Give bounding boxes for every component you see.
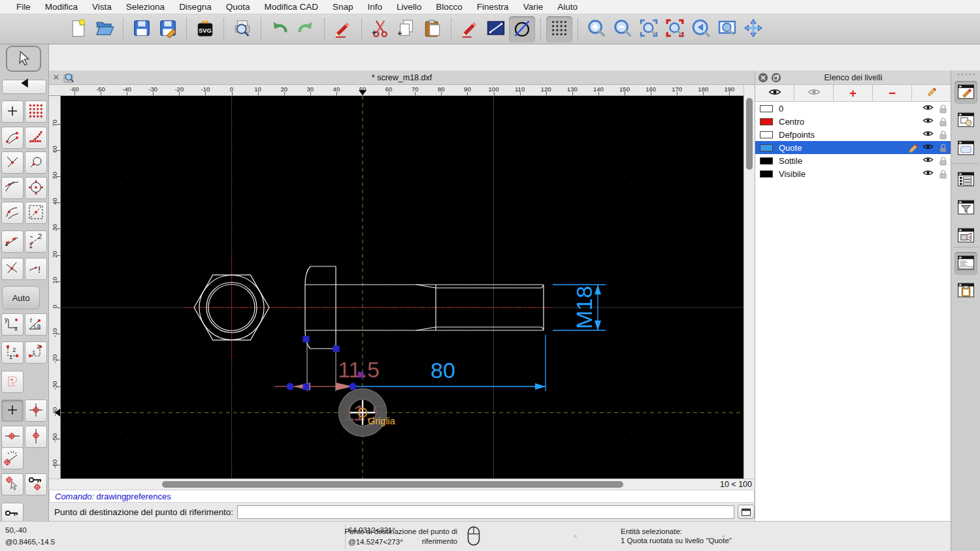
restrict-nothing-button[interactable] bbox=[1, 371, 24, 393]
command-input[interactable] bbox=[237, 505, 734, 519]
menu-snap[interactable]: Snap bbox=[325, 0, 361, 14]
menu-quota[interactable]: Quota bbox=[219, 0, 257, 14]
menu-file[interactable]: File bbox=[9, 0, 38, 14]
snap-intersection-manual-button[interactable]: ! bbox=[25, 258, 47, 280]
paste-button[interactable] bbox=[419, 16, 446, 42]
select-arrow-button[interactable] bbox=[6, 46, 41, 72]
property-editor-window-button[interactable] bbox=[955, 81, 977, 104]
layer-row-0[interactable]: 0 bbox=[755, 102, 951, 115]
snap-distance-manual-button[interactable]: 12 bbox=[25, 230, 47, 253]
menu-info[interactable]: Info bbox=[361, 0, 390, 14]
library-browser-window-button[interactable] bbox=[955, 137, 977, 160]
set-relative-zero-button[interactable] bbox=[1, 473, 24, 496]
snap-middle-button[interactable] bbox=[1, 151, 24, 174]
layer-row-visibile[interactable]: Visibile bbox=[755, 167, 951, 180]
restrict-angle-button[interactable] bbox=[1, 447, 24, 469]
vertical-scrollbar[interactable] bbox=[743, 85, 755, 479]
text-position-grip[interactable] bbox=[358, 372, 364, 378]
draw-pencil-button[interactable] bbox=[457, 16, 483, 42]
clipboard-window-button[interactable] bbox=[955, 279, 977, 302]
coordinate-polar-button[interactable]: ra bbox=[25, 313, 47, 336]
coordinate-cartesian-button[interactable]: yx bbox=[1, 313, 24, 336]
zoom-out-button[interactable] bbox=[610, 16, 636, 42]
layer-visibility-icon[interactable] bbox=[923, 156, 934, 166]
save-as-button[interactable] bbox=[155, 16, 181, 42]
selection-filter-window-button[interactable] bbox=[955, 197, 977, 219]
zoom-in-button[interactable] bbox=[583, 16, 610, 42]
zoom-auto-button[interactable] bbox=[636, 16, 662, 42]
menu-finestra[interactable]: Finestra bbox=[470, 0, 516, 14]
section-view-window-button[interactable] bbox=[955, 225, 977, 247]
horizontal-scrollbar[interactable]: 10 < 100 bbox=[49, 479, 755, 490]
edit-layer-button[interactable] bbox=[912, 85, 951, 101]
snap-tangent-button[interactable] bbox=[1, 177, 24, 199]
layer-row-defpoints[interactable]: Defpoints bbox=[755, 128, 951, 141]
menu-disegna[interactable]: Disegna bbox=[172, 0, 219, 14]
zoom-pan-button[interactable] bbox=[740, 16, 766, 42]
close-tab-icon[interactable]: ✕ bbox=[51, 72, 61, 83]
cad-canvas[interactable]: M18 80 11.5 11.5 bbox=[61, 96, 743, 479]
menu-modifica[interactable]: Modifica bbox=[38, 0, 85, 14]
snap-distance-button[interactable] bbox=[1, 230, 24, 253]
menu-aiuto[interactable]: Aiuto bbox=[550, 0, 585, 14]
hide-all-layers-button[interactable] bbox=[794, 85, 834, 101]
grid-toggle-button[interactable] bbox=[546, 16, 572, 42]
zoom-window-button[interactable] bbox=[714, 16, 740, 42]
show-all-layers-button[interactable] bbox=[755, 85, 794, 101]
block-list-window-button[interactable] bbox=[955, 109, 977, 132]
redo-button[interactable] bbox=[293, 16, 319, 42]
delete-entities-button[interactable] bbox=[330, 16, 356, 42]
menu-seleziona[interactable]: Seleziona bbox=[119, 0, 172, 14]
layer-lock-icon[interactable] bbox=[938, 143, 949, 153]
layer-visibility-icon[interactable] bbox=[923, 143, 934, 153]
snap-grid-button[interactable] bbox=[25, 101, 47, 123]
restrict-horizontal-button[interactable] bbox=[1, 426, 24, 448]
layer-row-quote[interactable]: Quote bbox=[755, 141, 951, 154]
menu-livello[interactable]: Livello bbox=[389, 0, 429, 14]
draw-circle-button[interactable] bbox=[509, 16, 535, 42]
layer-lock-icon[interactable] bbox=[938, 156, 949, 166]
snap-distance-point-button[interactable] bbox=[1, 202, 24, 224]
layer-row-centro[interactable]: Centro bbox=[755, 115, 951, 128]
cut-button[interactable] bbox=[367, 16, 393, 42]
open-file-button[interactable] bbox=[91, 16, 118, 42]
coordinate-relative-polar-button[interactable]: 12 bbox=[25, 341, 47, 364]
layer-lock-icon[interactable] bbox=[938, 130, 949, 140]
undo-button[interactable] bbox=[267, 16, 293, 42]
zoom-previous-button[interactable] bbox=[662, 16, 688, 42]
snap-on-entity-button[interactable] bbox=[25, 127, 47, 149]
layer-row-sottile[interactable]: Sottile bbox=[755, 154, 951, 167]
menu-blocco[interactable]: Blocco bbox=[429, 0, 470, 14]
restrict-vertical-button[interactable] bbox=[25, 426, 47, 448]
remove-layer-button[interactable]: − bbox=[873, 85, 912, 101]
export-svg-button[interactable]: SVG bbox=[192, 16, 218, 42]
menu-modifica-cad[interactable]: Modifica CAD bbox=[257, 0, 325, 14]
draw-line-button[interactable] bbox=[483, 16, 509, 42]
lock-relative-zero-button[interactable] bbox=[25, 473, 47, 496]
menu-vista[interactable]: Vista bbox=[85, 0, 119, 14]
menu-varie[interactable]: Varie bbox=[516, 0, 551, 14]
save-button[interactable] bbox=[129, 16, 155, 42]
snap-center-button[interactable] bbox=[25, 177, 47, 199]
print-preview-button[interactable] bbox=[229, 16, 255, 42]
layer-visibility-icon[interactable] bbox=[923, 117, 934, 127]
layer-lock-icon[interactable] bbox=[938, 169, 949, 179]
restrict-free-button[interactable] bbox=[1, 400, 24, 422]
snap-intersection-button[interactable] bbox=[1, 258, 24, 280]
layer-lock-icon[interactable] bbox=[938, 104, 949, 114]
layer-lock-icon[interactable] bbox=[938, 117, 949, 127]
command-line-window-button[interactable] bbox=[955, 252, 977, 275]
back-button[interactable] bbox=[2, 80, 46, 94]
restrict-auto-button[interactable]: Auto bbox=[2, 286, 40, 309]
layer-edit-pencil-icon[interactable] bbox=[907, 143, 919, 153]
command-window-toggle-button[interactable] bbox=[738, 505, 755, 519]
zoom-back-button[interactable] bbox=[688, 16, 714, 42]
layer-visibility-icon[interactable] bbox=[923, 169, 934, 179]
layer-visibility-icon[interactable] bbox=[923, 104, 934, 114]
add-layer-button[interactable]: + bbox=[834, 85, 873, 101]
layer-visibility-icon[interactable] bbox=[923, 130, 934, 140]
vertical-scrollbar-thumb[interactable] bbox=[746, 98, 753, 170]
horizontal-scrollbar-thumb[interactable] bbox=[162, 481, 623, 488]
restrict-orthogonal-button[interactable] bbox=[25, 400, 47, 422]
snap-free-button[interactable] bbox=[1, 101, 24, 123]
